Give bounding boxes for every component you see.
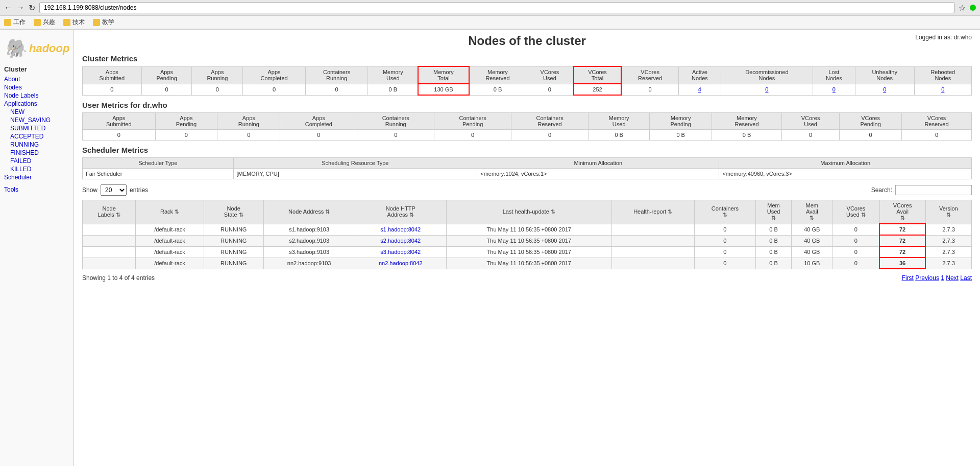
td-containers: 0 xyxy=(694,235,755,246)
rebooted-nodes-link[interactable]: 0 xyxy=(941,86,944,92)
td-vcores-avail: 36 xyxy=(879,258,925,269)
bookmarks-bar: 工作 兴趣 技术 教学 xyxy=(0,16,980,29)
reload-icon[interactable]: ↻ xyxy=(29,3,35,13)
showing-entries: Showing 1 to 4 of 4 entries xyxy=(82,274,155,282)
th-containers-running: ContainersRunning xyxy=(305,66,368,84)
sidebar-about[interactable]: About xyxy=(4,75,69,83)
th-last-health-update[interactable]: Last health-update ⇅ xyxy=(446,200,611,224)
table-row: /default-rackRUNNINGs2.hadoop:9103s2.had… xyxy=(83,235,972,246)
td-apps-pending: 0 xyxy=(141,84,192,95)
scheduler-header-row: Scheduler Type Scheduling Resource Type … xyxy=(83,158,972,169)
th-node-state[interactable]: NodeState ⇅ xyxy=(204,200,263,224)
lost-nodes-link[interactable]: 0 xyxy=(832,86,836,92)
star-icon[interactable]: ☆ xyxy=(959,3,966,13)
scheduler-metrics-title: Scheduler Metrics xyxy=(82,146,972,154)
bookmark-teaching[interactable]: 教学 xyxy=(93,18,114,27)
th-u-vcores-reserved: VCoresReserved xyxy=(901,113,971,130)
sidebar-node-labels[interactable]: Node Labels xyxy=(4,91,69,100)
td-node-http-link[interactable]: nn2.hadoop:8042 xyxy=(379,260,423,266)
td-node-state: RUNNING xyxy=(204,224,263,235)
sidebar-new[interactable]: NEW xyxy=(10,108,69,116)
th-node-address[interactable]: Node Address ⇅ xyxy=(263,200,355,224)
active-nodes-link[interactable]: 4 xyxy=(698,86,701,92)
sidebar-applications[interactable]: Applications xyxy=(4,100,69,108)
td-node-address: s3.hadoop:9103 xyxy=(263,246,355,258)
decommissioned-nodes-link[interactable]: 0 xyxy=(765,86,768,92)
search-box: Search: xyxy=(871,185,972,195)
sidebar-new-saving[interactable]: NEW_SAVING xyxy=(10,116,69,124)
td-mem-avail: 40 GB xyxy=(792,235,832,246)
bookmark-tech-label: 技术 xyxy=(72,18,85,27)
unhealthy-nodes-link[interactable]: 0 xyxy=(883,86,886,92)
pagination-1[interactable]: 1 xyxy=(941,274,944,282)
th-min-allocation: Minimum Allocation xyxy=(477,158,719,169)
td-u-vcores-reserved: 0 xyxy=(901,130,971,141)
table-controls: Show 10 20 25 50 100 entries Search: xyxy=(82,184,972,196)
sidebar-tools[interactable]: Tools xyxy=(4,185,69,194)
url-bar[interactable] xyxy=(39,2,954,13)
td-mem-used: 0 B xyxy=(755,224,791,235)
sidebar-scheduler[interactable]: Scheduler xyxy=(4,173,69,181)
th-containers[interactable]: Containers⇅ xyxy=(694,200,755,224)
td-mem-avail: 40 GB xyxy=(792,224,832,235)
th-u-memory-pending: MemoryPending xyxy=(650,113,712,130)
hadoop-text: hadoop xyxy=(29,42,69,55)
td-node-http-link[interactable]: s1.hadoop:8042 xyxy=(380,226,421,232)
bookmark-teaching-label: 教学 xyxy=(102,18,114,27)
th-health-report[interactable]: Health-report ⇅ xyxy=(611,200,694,224)
td-node-http-link[interactable]: s2.hadoop:8042 xyxy=(380,238,421,244)
th-node-http-address[interactable]: Node HTTPAddress ⇅ xyxy=(355,200,446,224)
nodes-table: NodeLabels ⇅ Rack ⇅ NodeState ⇅ Node Add… xyxy=(82,200,972,269)
sidebar-finished[interactable]: FINISHED xyxy=(10,149,69,157)
sidebar: 🐘 hadoop Cluster About Nodes Node Labels… xyxy=(0,30,74,466)
td-vcores-avail: 72 xyxy=(879,224,925,235)
sidebar-cluster-title: Cluster xyxy=(4,65,69,73)
td-min-allocation: <memory:1024, vCores:1> xyxy=(477,169,719,179)
sidebar-accepted[interactable]: ACCEPTED xyxy=(10,132,69,141)
pagination-previous[interactable]: Previous xyxy=(915,274,939,282)
th-version[interactable]: Version⇅ xyxy=(925,200,971,224)
td-version: 2.7.3 xyxy=(925,246,971,258)
entries-label: entries xyxy=(130,187,148,194)
forward-icon[interactable]: → xyxy=(16,3,24,12)
th-vcores-reserved: VCoresReserved xyxy=(621,66,678,84)
bookmark-tech[interactable]: 技术 xyxy=(63,18,85,27)
td-mem-avail: 40 GB xyxy=(792,246,832,258)
td-node-state: RUNNING xyxy=(204,246,263,258)
td-u-containers-running: 0 xyxy=(357,130,434,141)
cluster-metrics-table: AppsSubmitted AppsPending AppsRunning Ap… xyxy=(82,66,972,96)
sidebar-running[interactable]: RUNNING xyxy=(10,141,69,149)
page-title: Nodes of the cluster xyxy=(82,34,972,48)
back-icon[interactable]: ← xyxy=(4,3,12,12)
user-metrics-title: User Metrics for dr.who xyxy=(82,101,972,109)
pagination-next[interactable]: Next xyxy=(946,274,959,282)
th-mem-used[interactable]: MemUsed⇅ xyxy=(755,200,791,224)
th-vcores-used[interactable]: VCoresUsed ⇅ xyxy=(832,200,879,224)
sidebar-submitted[interactable]: SUBMITTED xyxy=(10,124,69,132)
search-input[interactable] xyxy=(895,185,972,195)
th-mem-avail[interactable]: MemAvail⇅ xyxy=(792,200,832,224)
main-content: Nodes of the cluster Logged in as: dr.wh… xyxy=(74,30,980,466)
sidebar-killed[interactable]: KILLED xyxy=(10,165,69,173)
sidebar-failed[interactable]: FAILED xyxy=(10,157,69,165)
td-u-containers-reserved: 0 xyxy=(511,130,589,141)
entries-select[interactable]: 10 20 25 50 100 xyxy=(101,184,127,196)
sidebar-nodes[interactable]: Nodes xyxy=(4,83,69,91)
th-rebooted-nodes: RebootedNodes xyxy=(914,66,971,84)
td-vcores-avail: 72 xyxy=(879,246,925,258)
td-mem-used: 0 B xyxy=(755,246,791,258)
td-apps-submitted: 0 xyxy=(83,84,142,95)
pagination-first[interactable]: First xyxy=(902,274,914,282)
pagination-last[interactable]: Last xyxy=(960,274,972,282)
bookmark-work[interactable]: 工作 xyxy=(4,18,26,27)
bookmark-interest[interactable]: 兴趣 xyxy=(34,18,55,27)
td-containers: 0 xyxy=(694,224,755,235)
th-active-nodes: ActiveNodes xyxy=(678,66,721,84)
browser-chrome: ← → ↻ ☆ 工作 兴趣 技术 教学 xyxy=(0,0,980,30)
th-node-labels[interactable]: NodeLabels ⇅ xyxy=(83,200,136,224)
scheduler-data-row: Fair Scheduler [MEMORY, CPU] <memory:102… xyxy=(83,169,972,179)
th-vcores-avail[interactable]: VCoresAvail⇅ xyxy=(879,200,925,224)
td-vcores-reserved: 0 xyxy=(621,84,678,95)
th-rack[interactable]: Rack ⇅ xyxy=(136,200,204,224)
td-node-http-link[interactable]: s3.hadoop:8042 xyxy=(380,249,421,255)
